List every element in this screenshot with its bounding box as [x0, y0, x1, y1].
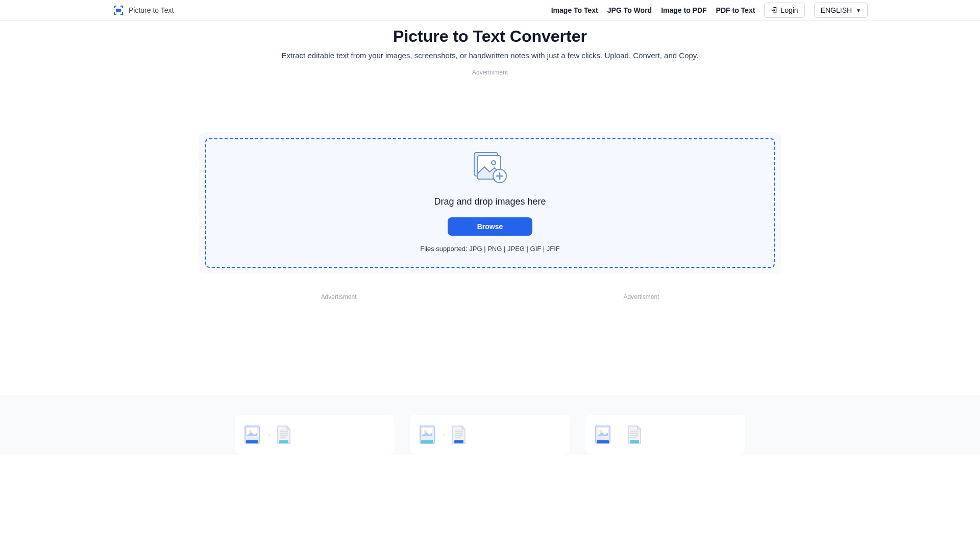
nav-jpg-to-word[interactable]: JPG To Word — [607, 6, 652, 14]
feature-card-1[interactable]: → — [235, 415, 395, 455]
image-file-icon — [419, 425, 435, 444]
header: Picture to Text Image To Text JPG To Wor… — [0, 0, 980, 21]
svg-point-3 — [492, 161, 496, 165]
dropzone[interactable]: Drag and drop images here Browse Files s… — [205, 138, 775, 268]
svg-rect-22 — [454, 440, 463, 443]
nav-image-to-text[interactable]: Image To Text — [551, 6, 598, 14]
nav-right: Image To Text JPG To Word Image to PDF P… — [551, 3, 868, 18]
feature-card-2[interactable]: → — [410, 415, 570, 455]
arrow-right-icon: → — [615, 431, 622, 439]
language-dropdown[interactable]: ENGLISH ▼ — [814, 3, 868, 18]
image-file-icon — [595, 425, 611, 444]
feature-cards-section: → — [0, 395, 980, 455]
dropzone-text: Drag and drop images here — [216, 196, 764, 207]
login-label: Login — [780, 6, 798, 14]
brand-name: Picture to Text — [129, 6, 174, 14]
ads-row: Advertisment Advertisment — [194, 293, 786, 300]
txt-file-icon — [626, 425, 643, 444]
brand-logo-icon — [112, 4, 125, 16]
svg-rect-17 — [421, 440, 433, 443]
brand-logo[interactable]: Picture to Text — [112, 4, 174, 16]
nav-image-to-pdf[interactable]: Image to PDF — [661, 6, 706, 14]
browse-button[interactable]: Browse — [448, 217, 533, 236]
chevron-down-icon: ▼ — [856, 8, 861, 13]
card-icons: → — [595, 425, 736, 444]
supported-files-text: Files supported: JPG | PNG | JPEG | GIF … — [216, 245, 764, 253]
doc-file-icon — [451, 425, 467, 444]
login-button[interactable]: Login — [764, 3, 804, 18]
cards-row: → — [184, 415, 796, 455]
arrow-right-icon: → — [439, 431, 447, 439]
image-file-icon — [244, 425, 260, 444]
arrow-right-icon: → — [264, 431, 272, 439]
page-subtitle: Extract editable text from your images, … — [194, 51, 786, 60]
main: Picture to Text Converter Extract editab… — [184, 27, 796, 300]
svg-rect-13 — [279, 440, 288, 443]
card-icons: → — [419, 425, 560, 444]
upload-card: Drag and drop images here Browse Files s… — [199, 132, 781, 274]
page-title: Picture to Text Converter — [194, 27, 786, 46]
feature-card-3[interactable]: → — [585, 415, 745, 455]
ad-label-left: Advertisment — [199, 293, 478, 300]
nav-pdf-to-text[interactable]: PDF to Text — [716, 6, 755, 14]
card-icons: → — [244, 425, 385, 444]
txt-file-icon — [276, 425, 292, 444]
svg-rect-31 — [630, 440, 639, 443]
language-label: ENGLISH — [821, 6, 852, 14]
svg-rect-8 — [246, 440, 258, 443]
ad-label-top: Advertisment — [194, 69, 786, 76]
nav-links: Image To Text JPG To Word Image to PDF P… — [551, 6, 755, 14]
upload-section: Drag and drop images here Browse Files s… — [194, 132, 786, 274]
svg-rect-0 — [116, 9, 121, 12]
svg-rect-26 — [597, 440, 609, 443]
upload-image-icon — [473, 152, 507, 185]
ad-label-right: Advertisment — [502, 293, 781, 300]
login-icon — [771, 7, 778, 14]
